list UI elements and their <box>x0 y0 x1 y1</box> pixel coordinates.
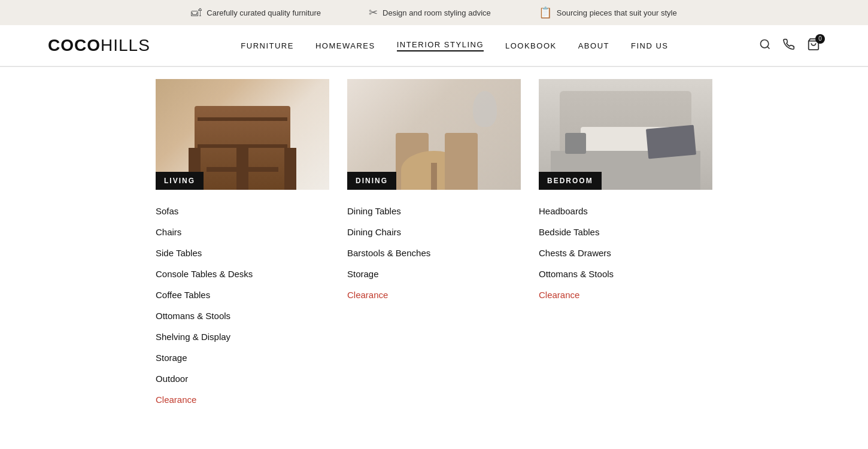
main-nav: FURNITURE HOMEWARES INTERIOR STYLING LOO… <box>241 40 668 51</box>
nav-about[interactable]: ABOUT <box>578 41 609 50</box>
banner-text-2: Design and room styling advice <box>383 8 491 17</box>
banner-item-2: ✂ Design and room styling advice <box>369 6 491 19</box>
nav-lookbook[interactable]: LOOKBOOK <box>505 41 557 50</box>
link-sofas[interactable]: Sofas <box>156 201 329 222</box>
link-clearance-bedroom[interactable]: Clearance <box>539 284 712 305</box>
living-links: Sofas Chairs Side Tables Console Tables … <box>156 201 329 410</box>
link-dining-chairs[interactable]: Dining Chairs <box>347 222 521 242</box>
logo-coco: COCO <box>48 36 101 54</box>
categories-grid: LIVING Sofas Chairs Side Tables Console … <box>156 79 712 410</box>
nav-furniture[interactable]: FURNITURE <box>241 41 294 50</box>
logo-hills: HILLS <box>101 36 150 54</box>
search-icon[interactable] <box>759 38 771 53</box>
top-banner: 🛋 Carefully curated quality furniture ✂ … <box>0 0 868 25</box>
bedroom-label: BEDROOM <box>539 172 602 190</box>
living-label: LIVING <box>156 172 204 190</box>
link-outdoor[interactable]: Outdoor <box>156 368 329 389</box>
header-icons: 0 <box>759 38 820 54</box>
link-storage-living[interactable]: Storage <box>156 347 329 368</box>
svg-point-0 <box>761 40 769 47</box>
design-icon: ✂ <box>369 6 378 19</box>
link-console-tables[interactable]: Console Tables & Desks <box>156 263 329 284</box>
link-storage-dining[interactable]: Storage <box>347 263 521 284</box>
link-barstools-benches[interactable]: Barstools & Benches <box>347 242 521 263</box>
dining-category: DINING Dining Tables Dining Chairs Barst… <box>347 79 521 410</box>
dining-image[interactable]: DINING <box>347 79 521 190</box>
nav-find-us[interactable]: FIND US <box>631 41 669 50</box>
cart-count: 0 <box>815 34 825 44</box>
banner-text-1: Carefully curated quality furniture <box>207 8 321 17</box>
link-headboards[interactable]: Headboards <box>539 201 712 222</box>
link-clearance-living[interactable]: Clearance <box>156 389 329 410</box>
link-chairs[interactable]: Chairs <box>156 222 329 242</box>
link-ottomans-stools[interactable]: Ottomans & Stools <box>156 305 329 326</box>
main-content: LIVING Sofas Chairs Side Tables Console … <box>0 67 868 434</box>
banner-text-3: Sourcing pieces that suit your style <box>557 8 677 17</box>
dining-links: Dining Tables Dining Chairs Barstools & … <box>347 201 521 305</box>
link-dining-tables[interactable]: Dining Tables <box>347 201 521 222</box>
link-side-tables[interactable]: Side Tables <box>156 242 329 263</box>
link-ottomans-stools-bedroom[interactable]: Ottomans & Stools <box>539 263 712 284</box>
nav-interior-styling[interactable]: INTERIOR STYLING <box>397 40 484 51</box>
bedroom-links: Headboards Bedside Tables Chests & Drawe… <box>539 201 712 305</box>
site-header: COCOHILLS FURNITURE HOMEWARES INTERIOR S… <box>0 25 868 66</box>
banner-item-3: 📋 Sourcing pieces that suit your style <box>539 6 677 19</box>
cart-icon[interactable]: 0 <box>807 38 820 54</box>
bedroom-category: BEDROOM Headboards Bedside Tables Chests… <box>539 79 712 410</box>
site-logo[interactable]: COCOHILLS <box>48 36 150 55</box>
sourcing-icon: 📋 <box>539 6 552 19</box>
bedroom-image[interactable]: BEDROOM <box>539 79 712 190</box>
furniture-icon: 🛋 <box>191 7 202 19</box>
living-category: LIVING Sofas Chairs Side Tables Console … <box>156 79 329 410</box>
link-shelving-display[interactable]: Shelving & Display <box>156 326 329 347</box>
banner-item-1: 🛋 Carefully curated quality furniture <box>191 7 321 19</box>
nav-homewares[interactable]: HOMEWARES <box>315 41 375 50</box>
link-bedside-tables[interactable]: Bedside Tables <box>539 222 712 242</box>
link-chests-drawers[interactable]: Chests & Drawers <box>539 242 712 263</box>
phone-icon[interactable] <box>783 38 795 53</box>
link-clearance-dining[interactable]: Clearance <box>347 284 521 305</box>
link-coffee-tables[interactable]: Coffee Tables <box>156 284 329 305</box>
living-image[interactable]: LIVING <box>156 79 329 190</box>
dining-label: DINING <box>347 172 396 190</box>
